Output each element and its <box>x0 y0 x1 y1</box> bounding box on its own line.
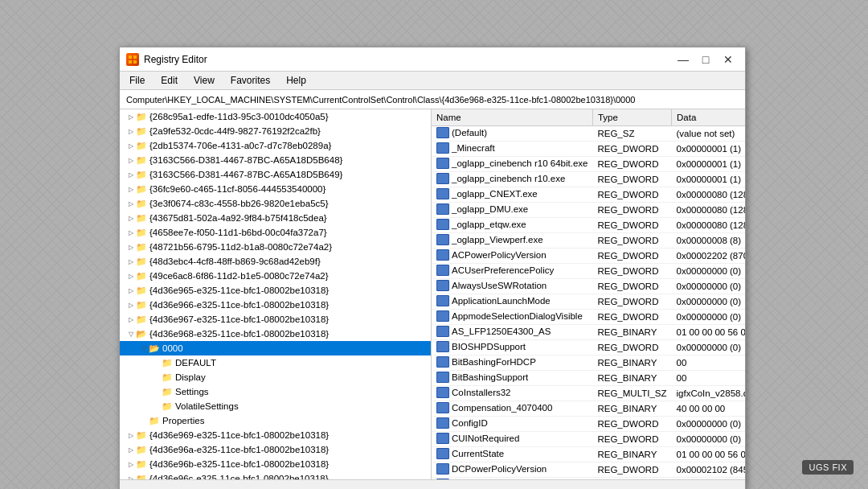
expand-icon[interactable]: ▷ <box>126 228 136 237</box>
folder-icon: 📁 <box>136 314 147 324</box>
tree-item[interactable]: ▷ 📁 {4d36e966-e325-11ce-bfc1-08002be1031… <box>120 298 431 312</box>
expand-icon[interactable]: ▷ <box>126 141 136 150</box>
tree-item[interactable]: ▷ 📁 {2db15374-706e-4131-a0c7-d7c78eb0289… <box>120 138 431 153</box>
tree-item[interactable]: ▷ 📁 {43675d81-502a-4a92-9f84-b75f418c5de… <box>120 211 431 225</box>
menu-help[interactable]: Help <box>280 73 313 88</box>
tree-pane[interactable]: ▷ 📁 {268c95a1-edfe-11d3-95c3-0010dc4050a… <box>120 109 432 479</box>
reg-icon: CurrentState <box>436 448 504 459</box>
maximize-button[interactable]: □ <box>695 51 716 68</box>
tree-item[interactable]: ▷ 📁 {48d3ebc4-4cf8-48ff-b869-9c68ad42eb9… <box>120 254 431 269</box>
col-data[interactable]: Data <box>672 109 745 125</box>
reg-type: REG_DWORD <box>592 339 671 355</box>
expand-icon[interactable]: ▽ <box>126 329 136 339</box>
table-row[interactable]: CurrentStateREG_BINARY01 00 00 00 56 05 … <box>432 446 745 462</box>
table-row[interactable]: Compensation_4070400REG_BINARY40 00 00 0… <box>432 401 745 416</box>
table-row[interactable]: DCPowerPolicyVersionREG_DWORD0x00002102 … <box>432 462 745 477</box>
tree-item[interactable]: ▷ 📁 {36fc9e60-c465-11cf-8056-44455354000… <box>120 182 431 196</box>
table-row[interactable]: ACPowerPolicyVersionREG_DWORD0x00002202 … <box>432 248 745 263</box>
menu-view[interactable]: View <box>187 73 221 88</box>
table-row[interactable]: _MinecraftREG_DWORD0x00000001 (1) <box>432 141 745 156</box>
folder-icon: 📁 <box>136 474 147 479</box>
expand-icon[interactable]: ▷ <box>126 459 136 469</box>
table-row[interactable]: ApplicationLaunchModeREG_DWORD0x00000000… <box>432 294 745 309</box>
tree-item[interactable]: ▷ 📁 {4d36e96a-e325-11ce-bfc1-08002be1031… <box>120 442 431 457</box>
tree-item[interactable]: ▷ 📁 {4658ee7e-f050-11d1-b6bd-00c04fa372a… <box>120 225 431 240</box>
table-row[interactable]: ConfigIDREG_DWORD0x00000000 (0) <box>432 416 745 431</box>
close-button[interactable]: ✕ <box>718 51 739 68</box>
tree-item[interactable]: ▷ 📁 {49ce6ac8-6f86-11d2-b1e5-0080c72e74a… <box>120 269 431 283</box>
expand-icon[interactable]: ▷ <box>126 170 136 179</box>
menu-file[interactable]: File <box>123 73 151 88</box>
tree-item[interactable]: ▽ 📂 {4d36e968-e325-11ce-bfc1-08002be1031… <box>120 327 431 341</box>
table-row[interactable]: CUINotRequiredREG_DWORD0x00000000 (0) <box>432 431 745 446</box>
col-type[interactable]: Type <box>592 109 671 125</box>
table-row[interactable]: AppmodeSelectionDialogVisibleREG_DWORD0x… <box>432 309 745 324</box>
table-row[interactable]: ACUserPreferencePolicyREG_DWORD0x0000000… <box>432 263 745 278</box>
tree-item[interactable]: ▷ 📁 {48721b56-6795-11d2-b1a8-0080c72e74a… <box>120 240 431 254</box>
reg-data: 0x00000080 (128) <box>672 217 745 232</box>
table-row[interactable]: DCUserPreferencePolicyREG_DWORD0x0000000… <box>432 477 745 479</box>
folder-icon: 📁 <box>136 257 147 266</box>
reg-name: _Minecraft <box>432 141 592 156</box>
expand-icon[interactable]: ▷ <box>126 314 136 324</box>
table-row[interactable]: _oglapp_DMU.exeREG_DWORD0x00000080 (128) <box>432 202 745 217</box>
expand-icon[interactable]: ▷ <box>126 445 136 454</box>
tree-item[interactable]: 📁 Display <box>120 370 431 384</box>
tree-item[interactable]: ▷ 📁 {4d36e967-e325-11ce-bfc1-08002be1031… <box>120 312 431 327</box>
expand-icon[interactable]: ▷ <box>126 257 136 266</box>
expand-icon[interactable]: ▷ <box>126 184 136 194</box>
table-row[interactable]: (Default)REG_SZ(value not set) <box>432 125 745 141</box>
table-row[interactable]: _oglapp_etqw.exeREG_DWORD0x00000080 (128… <box>432 217 745 232</box>
tree-item[interactable]: ▷ 📁 {3163C566-D381-4467-87BC-A65A18D5B64… <box>120 153 431 167</box>
table-row[interactable]: _oglapp_cinebench r10.exeREG_DWORD0x0000… <box>432 171 745 187</box>
expand-icon[interactable]: ▷ <box>126 213 136 223</box>
table-row[interactable]: _oglapp_Viewperf.exeREG_DWORD0x00000008 … <box>432 232 745 248</box>
tree-item[interactable]: ▷ 📁 {4d36e96b-e325-11ce-bfc1-08002be1031… <box>120 457 431 471</box>
expand-icon[interactable]: ▷ <box>126 112 136 121</box>
expand-icon[interactable]: ▷ <box>126 286 136 295</box>
tree-label: {4d36e96a-e325-11ce-bfc1-08002be10318} <box>149 445 329 454</box>
table-row[interactable]: _oglapp_cinebench r10 64bit.exeREG_DWORD… <box>432 156 745 171</box>
detail-pane[interactable]: Name Type Data (Default)REG_SZ(value not… <box>432 109 745 479</box>
tree-item[interactable]: ▷ 📁 {3e3f0674-c83c-4558-bb26-9820e1eba5c… <box>120 196 431 211</box>
table-row[interactable]: AlwaysUseSWRotationREG_DWORD0x00000000 (… <box>432 278 745 294</box>
expand-icon[interactable]: ▷ <box>126 430 136 440</box>
table-row[interactable]: BitBashingSupportREG_BINARY00 <box>432 370 745 385</box>
horizontal-scrollbar[interactable] <box>120 479 745 489</box>
table-row[interactable]: BitBashingForHDCPREG_BINARY00 <box>432 355 745 370</box>
expand-icon[interactable] <box>152 401 162 411</box>
tree-item[interactable]: 📁 Properties <box>120 413 431 428</box>
expand-icon[interactable]: ▷ <box>126 271 136 281</box>
expand-icon[interactable]: ▷ <box>126 300 136 310</box>
expand-icon[interactable]: ▷ <box>126 155 136 165</box>
tree-item[interactable]: ▷ 📁 {268c95a1-edfe-11d3-95c3-0010dc4050a… <box>120 109 431 124</box>
expand-icon[interactable] <box>139 416 149 425</box>
tree-item[interactable]: 📁 VolatileSettings <box>120 399 431 413</box>
expand-icon[interactable]: ▷ <box>126 199 136 208</box>
expand-icon[interactable] <box>152 358 162 368</box>
tree-label: {2a9fe532-0cdc-44f9-9827-76192f2ca2fb} <box>149 126 321 136</box>
expand-icon[interactable]: ▷ <box>126 242 136 252</box>
tree-item[interactable]: ▷ 📁 {2a9fe532-0cdc-44f9-9827-76192f2ca2f… <box>120 124 431 138</box>
table-row[interactable]: CoInstallers32REG_MULTI_SZigfxCoIn_v2858… <box>432 385 745 401</box>
tree-item[interactable]: ▷ 📁 {3163C566-D381-4467-87BC-A65A18D5B64… <box>120 167 431 182</box>
title-bar: Registry Editor — □ ✕ <box>120 47 745 72</box>
expand-icon[interactable]: ▽ <box>139 343 149 353</box>
menu-favorites[interactable]: Favorites <box>224 73 276 88</box>
table-row[interactable]: _oglapp_CNEXT.exeREG_DWORD0x00000080 (12… <box>432 187 745 202</box>
tree-item[interactable]: 📁 Settings <box>120 384 431 399</box>
tree-item[interactable]: 📁 DEFAULT <box>120 355 431 370</box>
expand-icon[interactable] <box>152 372 162 382</box>
tree-item[interactable]: ▷ 📁 {4d36e96c-e325-11ce-bfc1-08002be1031… <box>120 471 431 479</box>
expand-icon[interactable]: ▷ <box>126 474 136 479</box>
table-row[interactable]: BIOSHPDSupportREG_DWORD0x00000000 (0) <box>432 339 745 355</box>
tree-item[interactable]: ▷ 📁 {4d36e969-e325-11ce-bfc1-08002be1031… <box>120 428 431 442</box>
menu-edit[interactable]: Edit <box>154 73 184 88</box>
expand-icon[interactable]: ▷ <box>126 126 136 136</box>
col-name[interactable]: Name <box>432 109 592 125</box>
tree-item-0000[interactable]: ▽ 📂 0000 <box>120 341 431 355</box>
minimize-button[interactable]: — <box>673 51 694 68</box>
tree-item[interactable]: ▷ 📁 {4d36e965-e325-11ce-bfc1-08002be1031… <box>120 283 431 298</box>
table-row[interactable]: AS_LFP1250E4300_ASREG_BINARY01 00 00 00 … <box>432 324 745 339</box>
expand-icon[interactable] <box>152 387 162 397</box>
